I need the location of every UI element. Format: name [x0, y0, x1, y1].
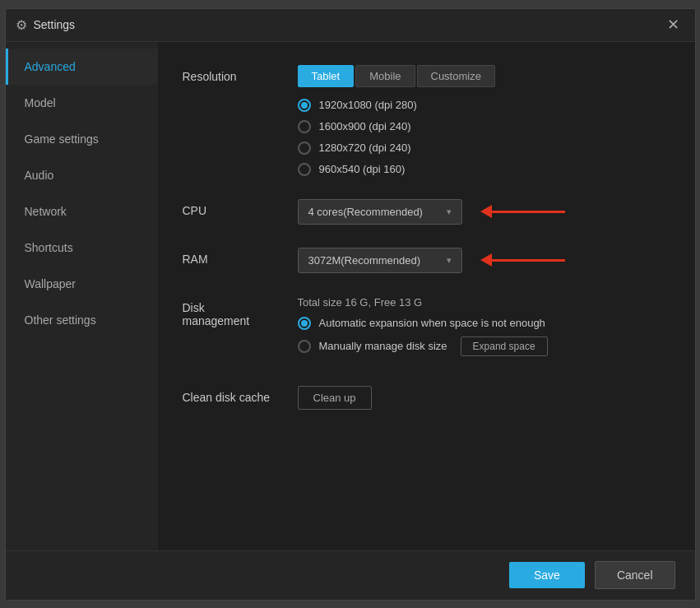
sidebar-item-network[interactable]: Network	[6, 193, 158, 230]
disk-option-auto[interactable]: Automatic expansion when space is not en…	[298, 317, 670, 330]
save-button[interactable]: Save	[509, 562, 585, 588]
resolution-label-1280: 1280x720 (dpi 240)	[319, 142, 411, 154]
resolution-label-1600: 1600x900 (dpi 240)	[319, 120, 411, 132]
clean-disk-content: Clean up	[298, 386, 670, 410]
disk-option-manual[interactable]: Manually manage disk size Expand space	[298, 336, 670, 356]
footer: Save Cancel	[6, 550, 695, 600]
resolution-options: 1920x1080 (dpi 280) 1600x900 (dpi 240) 1…	[298, 99, 670, 176]
arrowhead-icon	[480, 253, 492, 267]
clean-disk-label: Clean disk cache	[183, 386, 298, 404]
resolution-label-960: 960x540 (dpi 160)	[319, 163, 406, 175]
close-button[interactable]: ✕	[662, 13, 685, 36]
cancel-button[interactable]: Cancel	[595, 561, 675, 589]
cpu-label: CPU	[183, 199, 298, 217]
tab-customize[interactable]: Customize	[417, 65, 495, 87]
radio-auto-expand[interactable]	[298, 317, 311, 330]
ram-content: 3072M(Recommended) ▾	[298, 248, 670, 273]
main-content: Resolution Tablet Mobile Customize 1920x…	[158, 42, 695, 550]
window-title: Settings	[34, 18, 662, 31]
radio-960[interactable]	[298, 163, 311, 176]
list-item[interactable]: 1600x900 (dpi 240)	[298, 120, 670, 133]
cpu-arrow-annotation	[480, 205, 565, 218]
cleanup-button[interactable]: Clean up	[298, 386, 372, 410]
radio-manual-manage[interactable]	[298, 340, 311, 353]
settings-window: ⚙ Settings ✕ Advanced Model Game setting…	[5, 8, 696, 601]
ram-arrow-annotation	[480, 253, 565, 267]
ram-value: 3072M(Recommended)	[308, 254, 421, 267]
arrowhead-icon	[480, 205, 492, 218]
radio-1600[interactable]	[298, 120, 311, 133]
list-item[interactable]: 1280x720 (dpi 240)	[298, 142, 670, 155]
resolution-content: Tablet Mobile Customize 1920x1080 (dpi 2…	[298, 65, 670, 176]
disk-auto-label: Automatic expansion when space is not en…	[319, 317, 545, 329]
titlebar: ⚙ Settings ✕	[6, 9, 695, 42]
resolution-tabs: Tablet Mobile Customize	[298, 65, 670, 87]
content-area: Advanced Model Game settings Audio Netwo…	[6, 42, 695, 550]
disk-manual-label: Manually manage disk size	[319, 340, 447, 352]
list-item[interactable]: 960x540 (dpi 160)	[298, 163, 670, 176]
sidebar-item-shortcuts[interactable]: Shortcuts	[6, 230, 158, 266]
disk-info: Total size 16 G, Free 13 G	[298, 296, 670, 309]
disk-section: Diskmanagement Total size 16 G, Free 13 …	[183, 296, 670, 363]
sidebar-item-model[interactable]: Model	[6, 85, 158, 121]
cpu-row: 4 cores(Recommended) ▾	[298, 199, 670, 225]
ram-row: 3072M(Recommended) ▾	[298, 248, 670, 273]
ram-label: RAM	[183, 248, 298, 266]
settings-icon: ⚙	[16, 17, 27, 33]
sidebar-item-advanced[interactable]: Advanced	[6, 49, 158, 85]
expand-space-button[interactable]: Expand space	[461, 336, 548, 356]
resolution-label: Resolution	[183, 65, 298, 83]
arrow-line	[491, 259, 565, 262]
chevron-down-icon: ▾	[447, 255, 452, 266]
sidebar-item-audio[interactable]: Audio	[6, 157, 158, 193]
cpu-dropdown[interactable]: 4 cores(Recommended) ▾	[298, 199, 462, 225]
cpu-value: 4 cores(Recommended)	[308, 206, 423, 218]
sidebar-item-other-settings[interactable]: Other settings	[6, 302, 158, 338]
cpu-content: 4 cores(Recommended) ▾	[298, 199, 670, 225]
clean-disk-section: Clean disk cache Clean up	[183, 386, 670, 410]
ram-section: RAM 3072M(Recommended) ▾	[183, 248, 670, 273]
resolution-section: Resolution Tablet Mobile Customize 1920x…	[183, 65, 670, 176]
cpu-section: CPU 4 cores(Recommended) ▾	[183, 199, 670, 225]
sidebar-item-game-settings[interactable]: Game settings	[6, 121, 158, 157]
tab-mobile[interactable]: Mobile	[355, 65, 415, 87]
sidebar: Advanced Model Game settings Audio Netwo…	[6, 42, 158, 550]
list-item[interactable]: 1920x1080 (dpi 280)	[298, 99, 670, 112]
sidebar-item-wallpaper[interactable]: Wallpaper	[6, 266, 158, 302]
ram-dropdown[interactable]: 3072M(Recommended) ▾	[298, 248, 462, 273]
tab-tablet[interactable]: Tablet	[298, 65, 355, 87]
resolution-label-1920: 1920x1080 (dpi 280)	[319, 99, 417, 111]
disk-content: Total size 16 G, Free 13 G Automatic exp…	[298, 296, 670, 363]
disk-label: Diskmanagement	[183, 296, 298, 327]
radio-1280[interactable]	[298, 142, 311, 155]
chevron-down-icon: ▾	[447, 207, 452, 217]
radio-1920[interactable]	[298, 99, 311, 112]
arrow-line	[491, 211, 565, 213]
